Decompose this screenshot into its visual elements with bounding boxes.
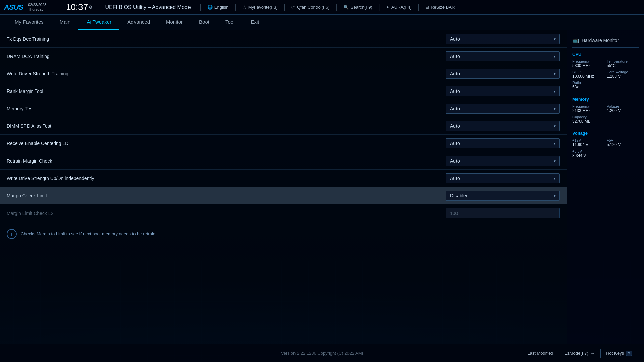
row-tx-dqs-dcc: Tx Dqs Dcc Training Auto Enabled Disable… <box>0 30 567 48</box>
tab-exit[interactable]: Exit <box>243 15 267 30</box>
tab-ai-tweaker[interactable]: Ai Tweaker <box>78 15 119 30</box>
hw-cpu-temp-label: Temperature 55°C <box>607 59 639 68</box>
btn-aura[interactable]: ✦ AURA(F4) <box>383 4 414 11</box>
hot-keys-label: Hot Keys <box>606 351 624 356</box>
select-receive-enable[interactable]: Auto Enabled Disabled <box>446 138 560 148</box>
btn-qfan-label: Qfan Control(F6) <box>297 5 330 10</box>
label-rank-margin: Rank Margin Tool <box>7 88 446 94</box>
hw-memory-title: Memory <box>572 97 639 102</box>
row-write-drive: Write Drive Strength Up/Dn independently… <box>0 170 567 187</box>
asus-logo-text: ASUS <box>4 3 23 12</box>
select-write-driver[interactable]: Auto Enabled Disabled <box>446 69 560 79</box>
asus-logo: ASUS <box>4 3 23 12</box>
select-dimm-spd[interactable]: Auto Enabled Disabled <box>446 121 560 131</box>
label-margin-limit-l2: Margin Limit Check L2 <box>7 210 446 216</box>
monitor-icon: 📺 <box>572 37 579 43</box>
tab-my-favorites-label: My Favorites <box>15 19 44 25</box>
btn-ezmode[interactable]: EzMode(F7) → <box>559 349 601 358</box>
label-write-drive: Write Drive Strength Up/Dn independently <box>7 176 446 181</box>
tab-ai-tweaker-label: Ai Tweaker <box>87 19 111 25</box>
select-retrain-margin[interactable]: Auto Enabled Disabled <box>446 156 560 166</box>
row-dram-dca: DRAM DCA Training Auto Enabled Disabled <box>0 48 567 65</box>
btn-resizebar[interactable]: ⊞ ReSize BAR <box>423 4 458 11</box>
btn-search[interactable]: 🔍 Search(F9) <box>341 4 375 11</box>
tab-tool-label: Tool <box>225 19 235 25</box>
gear-icon[interactable]: ⚙ <box>89 5 93 10</box>
select-dram-dca[interactable]: Auto Enabled Disabled <box>446 51 560 61</box>
hw-cpu-section: CPU Frequency 5300 MHz Temperature 55°C … <box>572 52 639 89</box>
tab-advanced[interactable]: Advanced <box>119 15 158 30</box>
btn-myfavorite[interactable]: ☆ MyFavorite(F3) <box>240 4 280 11</box>
date-line2: Thursday <box>28 7 43 12</box>
tab-boot[interactable]: Boot <box>191 15 217 30</box>
row-retrain-margin: Retrain Margin Check Auto Enabled Disabl… <box>0 152 567 170</box>
hw-mem-volt-item: Voltage 1.200 V <box>607 104 639 113</box>
btn-aura-label: AURA(F4) <box>391 5 412 10</box>
dropdown-wrapper-margin-check-limit: Auto Enabled Disabled <box>446 191 560 201</box>
hw-mem-freq-item: Frequency 2133 MHz <box>572 104 604 113</box>
info-section: i Checks Margin to Limit to see if next … <box>0 222 567 245</box>
footer-bar: Version 2.22.1286 Copyright (C) 2022 AMI… <box>0 344 644 362</box>
hw-divider-1 <box>572 93 639 93</box>
ezmode-label: EzMode(F7) <box>565 351 589 356</box>
btn-english-label: English <box>214 5 229 10</box>
info-icon: i <box>7 229 17 239</box>
hw-voltage-title: Voltage <box>572 131 639 136</box>
datetime-section: 02/23/2023 Thursday <box>28 3 61 11</box>
dropdown-wrapper-retrain-margin: Auto Enabled Disabled <box>446 156 560 166</box>
last-modified-label: Last Modified <box>527 351 553 356</box>
tab-exit-label: Exit <box>251 19 259 25</box>
tab-tool[interactable]: Tool <box>217 15 243 30</box>
tab-monitor-label: Monitor <box>166 19 183 25</box>
row-rank-margin: Rank Margin Tool Auto Enabled Disabled <box>0 82 567 100</box>
header-title: UEFI BIOS Utility – Advanced Mode <box>105 4 191 10</box>
select-memory-test[interactable]: Auto Enabled Disabled <box>446 104 560 114</box>
hw-cpu-title: CPU <box>572 52 639 57</box>
label-dram-dca: DRAM DCA Training <box>7 54 446 59</box>
hw-volt-12v-item: +12V 11.904 V <box>572 138 604 147</box>
btn-last-modified[interactable]: Last Modified <box>522 349 559 358</box>
tab-boot-label: Boot <box>199 19 209 25</box>
dropdown-wrapper-memory-test: Auto Enabled Disabled <box>446 104 560 114</box>
header-separator2: | <box>200 3 201 11</box>
input-margin-limit-l2[interactable] <box>446 208 560 218</box>
hw-monitor-panel: 📺 Hardware Monitor CPU Frequency 5300 MH… <box>567 30 644 344</box>
tab-my-favorites[interactable]: My Favorites <box>7 15 52 30</box>
select-tx-dqs-dcc[interactable]: Auto Enabled Disabled <box>446 34 560 44</box>
hw-monitor-title: Hardware Monitor <box>582 38 619 43</box>
hw-voltage-section: Voltage +12V 11.904 V +5V 5.120 V +3.3V … <box>572 131 639 158</box>
hw-cpu-ratio-label: Ratio 53x <box>572 81 639 89</box>
btn-search-label: Search(F9) <box>351 5 372 10</box>
btn-hot-keys[interactable]: Hot Keys ? <box>601 349 637 358</box>
hw-memory-section: Memory Frequency 2133 MHz Voltage 1.200 … <box>572 97 639 124</box>
hw-volt-33v-item: +3.3V 3.344 V <box>572 149 639 158</box>
dropdown-wrapper-dimm-spd: Auto Enabled Disabled <box>446 121 560 131</box>
settings-panel: Tx Dqs Dcc Training Auto Enabled Disable… <box>0 30 567 344</box>
hw-cpu-freq-label: Frequency 5300 MHz <box>572 59 604 68</box>
select-rank-margin[interactable]: Auto Enabled Disabled <box>446 86 560 96</box>
row-write-driver: Write Driver Strength Training Auto Enab… <box>0 65 567 82</box>
header-separator: | <box>100 3 102 11</box>
hw-cpu-corevolt-label: Core Voltage 1.288 V <box>607 70 639 79</box>
row-margin-limit-l2: Margin Limit Check L2 <box>0 204 567 222</box>
search-icon: 🔍 <box>343 5 349 10</box>
dropdown-wrapper-write-drive: Auto Enabled Disabled <box>446 173 560 183</box>
select-write-drive[interactable]: Auto Enabled Disabled <box>446 173 560 183</box>
nav-tabs: My Favorites Main Ai Tweaker Advanced Mo… <box>0 15 644 30</box>
label-margin-check-limit: Margin Check Limit <box>7 193 446 198</box>
row-margin-check-limit: Margin Check Limit Auto Enabled Disabled <box>0 187 567 204</box>
tab-monitor[interactable]: Monitor <box>158 15 191 30</box>
qfan-icon: ⟳ <box>291 5 295 10</box>
btn-english[interactable]: 🌐 English <box>205 4 231 11</box>
hw-volt-5v-item: +5V 5.120 V <box>607 138 639 147</box>
sep4: | <box>284 3 285 11</box>
row-memory-test: Memory Test Auto Enabled Disabled <box>0 100 567 117</box>
hw-cpu-grid: Frequency 5300 MHz Temperature 55°C BCLK… <box>572 59 639 89</box>
date-line1: 02/23/2023 <box>28 3 46 7</box>
sep6: | <box>378 3 380 11</box>
btn-qfan[interactable]: ⟳ Qfan Control(F6) <box>289 4 332 11</box>
select-margin-check-limit[interactable]: Auto Enabled Disabled <box>446 191 560 201</box>
hw-cpu-bclk-label: BCLK 100.00 MHz <box>572 70 604 79</box>
tab-main[interactable]: Main <box>52 15 79 30</box>
ezmode-icon: → <box>590 351 595 356</box>
